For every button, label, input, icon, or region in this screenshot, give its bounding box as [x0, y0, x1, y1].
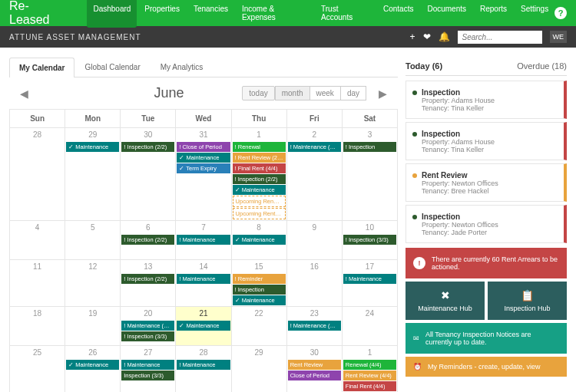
- nav-income-expenses[interactable]: Income & Expenses: [236, 0, 313, 28]
- calendar-event[interactable]: ! Inspection (2/2): [121, 235, 174, 245]
- calendar-event[interactable]: ! Maintenance (2/2): [121, 321, 174, 331]
- calendar-cell[interactable]: 1! Renewal! Rent Review (2/3)! Final Ren…: [232, 128, 287, 220]
- calendar-event[interactable]: Upcoming Rent Review: [233, 208, 286, 219]
- nav-contacts[interactable]: Contacts: [377, 0, 419, 28]
- calendar-event[interactable]: ✓ Maintenance: [233, 235, 286, 245]
- user-badge[interactable]: WE: [550, 31, 568, 43]
- calendar-event[interactable]: ✓ Maintenance: [66, 142, 119, 152]
- calendar-event[interactable]: ! Close of Period: [177, 142, 230, 152]
- nav-settings[interactable]: Settings: [515, 0, 554, 28]
- calendar-cell[interactable]: 29: [232, 346, 287, 392]
- calendar-event[interactable]: Renewal (4/4): [343, 360, 396, 370]
- calendar-event[interactable]: ! Maintenance (1/2): [288, 321, 341, 331]
- nav-reports[interactable]: Reports: [474, 0, 513, 28]
- calendar-event[interactable]: Close of Period: [288, 371, 341, 380]
- calendar-cell[interactable]: 12: [65, 260, 121, 306]
- calendar-cell[interactable]: 6! Inspection (2/2): [121, 221, 176, 259]
- calendar-event[interactable]: Upcoming Renewal: [233, 196, 286, 207]
- add-icon[interactable]: +: [409, 31, 415, 42]
- calendar-cell[interactable]: 30Rent ReviewClose of Period: [287, 346, 343, 392]
- tab-overdue[interactable]: Overdue (18): [486, 57, 567, 75]
- calendar-event[interactable]: ! Inspection (3/3): [343, 235, 396, 245]
- calendar-cell[interactable]: 27! MaintenanceInspection (3/3): [121, 346, 176, 392]
- calendar-cell[interactable]: 17! Maintenance: [343, 260, 397, 306]
- today-button[interactable]: today: [242, 86, 274, 100]
- calendar-cell[interactable]: 16: [287, 260, 343, 306]
- task-panel[interactable]: InspectionProperty: Newton OfficesTenanc…: [406, 205, 567, 243]
- task-panel[interactable]: InspectionProperty: Adams HouseTenancy: …: [406, 81, 567, 119]
- calendar-event[interactable]: Rent Review (4/4): [343, 371, 396, 380]
- view-month[interactable]: month: [275, 86, 310, 100]
- tab-my-calendar[interactable]: My Calendar: [9, 58, 74, 77]
- calendar-event[interactable]: ! Inspection: [233, 285, 286, 295]
- inspection-hub[interactable]: 📋Inspection Hub: [488, 282, 567, 320]
- view-day[interactable]: day: [341, 86, 366, 100]
- help-icon[interactable]: ?: [554, 7, 567, 19]
- prev-month[interactable]: ◀: [14, 87, 35, 100]
- health-icon[interactable]: ❤: [423, 31, 431, 42]
- calendar-cell[interactable]: 11: [10, 260, 65, 306]
- calendar-event[interactable]: ! Final Rent (4/4): [233, 163, 286, 173]
- calendar-cell[interactable]: 7! Maintenance: [176, 221, 231, 259]
- calendar-cell[interactable]: 10! Inspection (3/3): [343, 221, 397, 259]
- calendar-cell[interactable]: 19: [65, 307, 121, 345]
- nav-documents[interactable]: Documents: [421, 0, 472, 28]
- calendar-cell[interactable]: 5: [65, 221, 121, 259]
- calendar-event[interactable]: Final Rent (4/4): [343, 381, 396, 391]
- bell-icon[interactable]: 🔔: [439, 31, 450, 42]
- task-panel[interactable]: InspectionProperty: Adams HouseTenancy: …: [406, 122, 567, 160]
- calendar-cell[interactable]: 24: [343, 307, 397, 345]
- tab-today[interactable]: Today (6): [406, 57, 486, 75]
- calendar-event[interactable]: ! Maintenance: [177, 274, 230, 284]
- nav-properties[interactable]: Properties: [138, 0, 186, 28]
- calendar-cell[interactable]: 2! Maintenance (1/3): [287, 128, 343, 220]
- calendar-cell[interactable]: 28! Maintenance: [176, 346, 231, 392]
- nav-trust-accounts[interactable]: Trust Accounts: [315, 0, 376, 28]
- calendar-cell[interactable]: 14! Maintenance: [176, 260, 231, 306]
- calendar-event[interactable]: ! Inspection (2/2): [121, 274, 174, 284]
- calendar-cell[interactable]: 28: [10, 128, 65, 220]
- arrears-alert[interactable]: ! There are currently 60 Rent Arrears to…: [406, 248, 567, 278]
- calendar-cell[interactable]: 15! Reminder! Inspection✓ Maintenance: [232, 260, 287, 306]
- calendar-cell[interactable]: 23! Maintenance (1/2): [287, 307, 343, 345]
- calendar-event[interactable]: ✓ Term Expiry: [177, 163, 230, 173]
- calendar-cell[interactable]: 3! Inspection: [343, 128, 397, 220]
- calendar-cell[interactable]: 9: [287, 221, 343, 259]
- calendar-event[interactable]: ! Rent Review (2/3): [233, 153, 286, 163]
- calendar-cell[interactable]: 25: [10, 346, 65, 392]
- calendar-event[interactable]: ✓ Maintenance: [233, 185, 286, 195]
- calendar-event[interactable]: ! Inspection (2/2): [233, 174, 286, 184]
- calendar-cell[interactable]: 30! Inspection (2/2): [121, 128, 176, 220]
- tab-my-analytics[interactable]: My Analytics: [151, 57, 214, 77]
- calendar-event[interactable]: Inspection (3/3): [121, 371, 174, 380]
- calendar-event[interactable]: ! Maintenance: [177, 360, 230, 370]
- calendar-event[interactable]: ! Inspection (3/3): [121, 331, 174, 341]
- calendar-event[interactable]: ✓ Maintenance: [177, 321, 230, 331]
- calendar-cell[interactable]: 13! Inspection (2/2): [121, 260, 176, 306]
- calendar-cell[interactable]: 4: [10, 221, 65, 259]
- calendar-event[interactable]: ✓ Maintenance: [233, 295, 286, 305]
- calendar-cell[interactable]: 1Renewal (4/4)Rent Review (4/4)Final Ren…: [343, 346, 397, 392]
- calendar-event[interactable]: Rent Review: [288, 360, 341, 370]
- calendar-event[interactable]: ✓ Maintenance: [66, 360, 119, 370]
- calendar-event[interactable]: ✓ Maintenance: [177, 153, 230, 163]
- calendar-cell[interactable]: 26✓ Maintenance: [65, 346, 121, 392]
- calendar-event[interactable]: ! Inspection: [343, 142, 396, 152]
- calendar-cell[interactable]: 20! Maintenance (2/2)! Inspection (3/3): [121, 307, 176, 345]
- calendar-cell[interactable]: 21✓ Maintenance: [176, 307, 231, 345]
- nav-tenancies[interactable]: Tenancies: [187, 0, 234, 28]
- calendar-cell[interactable]: 29✓ Maintenance: [65, 128, 121, 220]
- calendar-event[interactable]: ! Maintenance: [121, 360, 174, 370]
- next-month[interactable]: ▶: [372, 87, 393, 100]
- maintenance-hub[interactable]: ✖Maintenance Hub: [406, 282, 485, 320]
- calendar-event[interactable]: ! Renewal: [233, 142, 286, 152]
- calendar-event[interactable]: ! Reminder: [233, 274, 286, 284]
- calendar-cell[interactable]: 31! Close of Period✓ Maintenance✓ Term E…: [176, 128, 231, 220]
- calendar-cell[interactable]: 8✓ Maintenance: [232, 221, 287, 259]
- task-panel[interactable]: Rent ReviewProperty: Newton OfficesTenan…: [406, 163, 567, 202]
- calendar-cell[interactable]: 18: [10, 307, 65, 345]
- calendar-event[interactable]: ! Inspection (2/2): [121, 142, 174, 152]
- tab-global-calendar[interactable]: Global Calendar: [74, 57, 150, 77]
- calendar-event[interactable]: ! Maintenance: [177, 235, 230, 245]
- calendar-event[interactable]: ! Maintenance: [343, 274, 396, 284]
